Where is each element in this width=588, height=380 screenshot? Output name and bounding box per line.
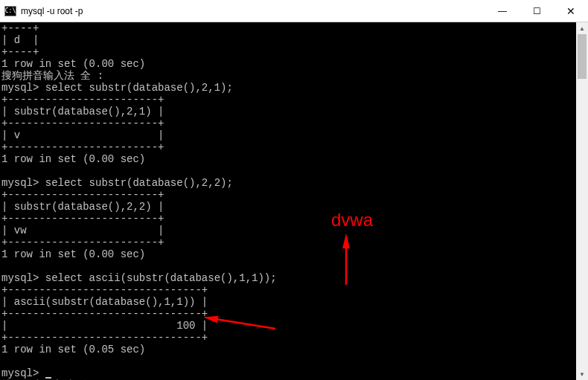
scrollbar-thumb[interactable] bbox=[578, 34, 587, 79]
annotation-arrow-down-icon bbox=[339, 236, 354, 289]
window-titlebar: C:\ mysql -u root -p — ☐ ✕ bbox=[0, 0, 588, 22]
scroll-up-arrow-icon[interactable]: ▲ bbox=[576, 22, 588, 34]
maximize-button[interactable]: ☐ bbox=[520, 0, 554, 22]
window-controls: — ☐ ✕ bbox=[485, 0, 588, 22]
window-title: mysql -u root -p bbox=[21, 6, 485, 16]
vertical-scrollbar[interactable]: ▲ ▼ bbox=[576, 22, 588, 380]
close-button[interactable]: ✕ bbox=[554, 0, 588, 22]
terminal-output[interactable]: +----+ | d | +----+ 1 row in set (0.00 s… bbox=[0, 22, 576, 380]
terminal-icon: C:\ bbox=[4, 6, 16, 16]
svg-line-3 bbox=[211, 318, 275, 329]
minimize-button[interactable]: — bbox=[485, 0, 520, 22]
scroll-down-arrow-icon[interactable]: ▼ bbox=[576, 368, 588, 380]
terminal-container: +----+ | d | +----+ 1 row in set (0.00 s… bbox=[0, 22, 588, 380]
annotation-arrow-left-icon bbox=[205, 311, 279, 333]
